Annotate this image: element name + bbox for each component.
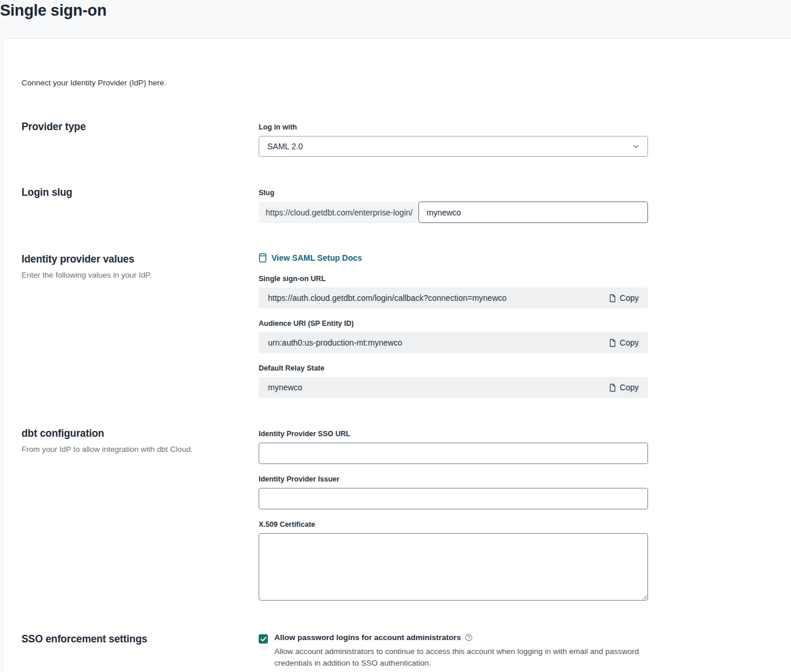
sso-enforcement-section: SSO enforcement settings Allow password … — [22, 633, 791, 670]
slug-label: Slug — [259, 186, 648, 197]
login-with-label: Log in with — [259, 121, 648, 131]
sso-url-label: Single sign-on URL — [259, 275, 648, 283]
copy-icon — [608, 339, 615, 347]
idp-values-heading: Identity provider values — [22, 253, 245, 265]
notebook-icon — [259, 253, 267, 263]
idp-values-section: Identity provider values Enter the follo… — [22, 253, 791, 398]
saml-docs-link-label: View SAML Setup Docs — [271, 253, 362, 263]
idp-issuer-label: Identity Provider Issuer — [259, 475, 648, 483]
help-circle-icon[interactable] — [465, 634, 473, 641]
sso-url-value: https://auth.cloud.getdbt.com/login/call… — [268, 293, 507, 303]
checkmark-icon — [260, 637, 267, 642]
slug-input[interactable] — [418, 202, 648, 223]
sso-url-copy-button[interactable]: Copy — [608, 293, 639, 303]
page-header: Single sign-on — [0, 0, 791, 38]
saml-docs-link[interactable]: View SAML Setup Docs — [259, 253, 362, 263]
page-title: Single sign-on — [0, 2, 791, 20]
audience-uri-copy-button[interactable]: Copy — [608, 338, 639, 347]
allow-password-logins-checkbox[interactable] — [259, 634, 268, 644]
x509-certificate-textarea[interactable] — [259, 533, 648, 601]
idp-sso-url-label: Identity Provider SSO URL — [259, 427, 648, 438]
login-slug-heading: Login slug — [22, 186, 245, 199]
intro-text: Connect your Identity Provider (IdP) her… — [22, 78, 791, 87]
sso-url-copy-field: https://auth.cloud.getdbt.com/login/call… — [259, 288, 648, 308]
audience-uri-value: urn:auth0:us-production-mt:mynewco — [268, 338, 402, 347]
copy-icon — [608, 383, 615, 392]
sso-enforcement-heading: SSO enforcement settings — [22, 633, 245, 645]
x509-certificate-label: X.509 Certificate — [259, 520, 648, 529]
audience-uri-copy-field: urn:auth0:us-production-mt:mynewco Copy — [259, 332, 648, 353]
login-slug-section: Login slug Slug https://cloud.getdbt.com… — [22, 186, 791, 223]
idp-values-subheading: Enter the following values in your IdP. — [22, 271, 245, 279]
audience-uri-label: Audience URI (SP Entity ID) — [259, 319, 648, 328]
dbt-configuration-heading: dbt configuration — [22, 427, 245, 440]
relay-state-label: Default Relay State — [259, 364, 648, 372]
dbt-configuration-subheading: From your IdP to allow integration with … — [22, 445, 245, 454]
allow-password-logins-label: Allow password logins for account admini… — [274, 633, 461, 642]
copy-button-label: Copy — [620, 383, 639, 392]
settings-panel: Connect your Identity Provider (IdP) her… — [2, 38, 791, 672]
provider-select-value: SAML 2.0 — [267, 142, 303, 151]
relay-state-copy-field: mynewco Copy — [259, 377, 648, 398]
provider-type-section: Provider type Log in with SAML 2.0 — [22, 121, 791, 157]
provider-type-heading: Provider type — [22, 121, 245, 133]
copy-icon — [608, 294, 615, 303]
idp-issuer-input[interactable] — [259, 488, 648, 509]
copy-button-label: Copy — [620, 338, 639, 347]
allow-password-logins-description: Allow account administrators to continue… — [274, 646, 640, 670]
relay-state-value: mynewco — [268, 383, 302, 392]
relay-state-copy-button[interactable]: Copy — [608, 383, 639, 392]
chevron-down-icon — [632, 143, 639, 150]
dbt-configuration-section: dbt configuration From your IdP to allow… — [22, 427, 791, 603]
idp-sso-url-input[interactable] — [259, 443, 648, 464]
copy-button-label: Copy — [620, 293, 639, 303]
slug-url-prefix: https://cloud.getdbt.com/enterprise-logi… — [259, 202, 417, 223]
provider-select[interactable]: SAML 2.0 — [259, 136, 648, 157]
